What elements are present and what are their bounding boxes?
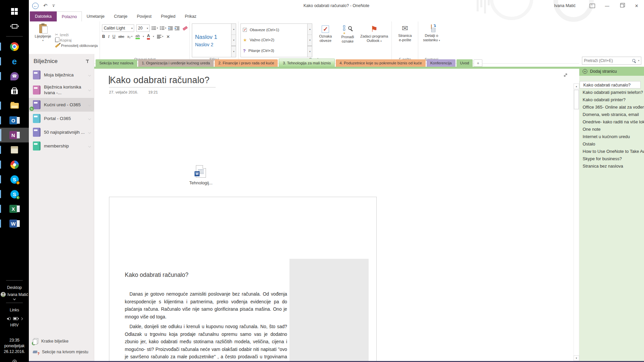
expand-diagonal-icon[interactable]	[563, 73, 568, 77]
strikethrough-button[interactable]: abc	[118, 35, 124, 39]
section-konferencija[interactable]: Konferencija	[427, 59, 455, 67]
taskbar-chrome-button[interactable]	[0, 39, 29, 54]
copy-button[interactable]: Kopiraj	[55, 38, 98, 42]
page-title[interactable]: Kako odabrati računalo?	[110, 75, 210, 85]
section-poduzetnice[interactable]: 4. Poduzetnice koje su pokrenule biznis …	[336, 59, 426, 67]
links-toolbar-label[interactable]: Links	[10, 308, 19, 312]
clear-formatting-button[interactable]: ✕	[166, 34, 170, 39]
close-button[interactable]: ✕	[629, 1, 644, 11]
page-item[interactable]: Skype for business?	[579, 155, 644, 162]
chevron-down-icon[interactable]	[88, 131, 91, 133]
cut-button[interactable]: ✂Izreži	[55, 33, 98, 37]
page-item[interactable]: Onedrive- kako raditi na više loka	[579, 118, 644, 125]
eraser-icon[interactable]	[183, 26, 188, 31]
style-naslov-2[interactable]: Naslov 2	[195, 42, 231, 47]
search-input[interactable]	[584, 58, 632, 63]
section-sekcija-bez-naslova[interactable]: Sekcija bez naslova	[96, 59, 137, 67]
section-organizacija[interactable]: 1. Organizacija i uređenje kućnog ureda	[138, 59, 214, 67]
page-item[interactable]: Kako odabrati računalo?	[580, 81, 641, 88]
taskbar-skype-button[interactable]: S	[0, 172, 29, 187]
customize-qat-button[interactable]: ▾	[52, 5, 55, 7]
tab-pregled[interactable]: Pregled	[156, 11, 180, 21]
taskbar-user[interactable]: Ivana Matić	[1, 292, 28, 297]
notebook-50-najinspirativnijih[interactable]: 50 najispirativnijih ...	[29, 125, 94, 139]
battery-icon[interactable]	[13, 317, 18, 320]
account-name[interactable]: Ivana Matić	[554, 3, 576, 8]
font-size-select[interactable]: 20▾	[136, 24, 150, 32]
tab-povijest[interactable]: Povijest	[132, 11, 156, 21]
notebook-bijeznica-korisnika[interactable]: Biježnica korisnika Ivana -...	[29, 82, 94, 98]
section-financije[interactable]: 2. Financije i pravo rada od kuće	[215, 59, 278, 67]
taskbar-journal-button[interactable]	[0, 142, 29, 157]
notebook-kucni-ured[interactable]: ↻ Kućni ured - O365	[29, 98, 94, 112]
tag-obaveze[interactable]: ✓ Obaveze (Ctrl+1)	[243, 28, 307, 32]
increase-indent-button[interactable]	[175, 26, 179, 30]
tab-umetanje[interactable]: Umetanje	[82, 11, 109, 21]
vertical-scrollbar[interactable]: ▲ ▼	[574, 83, 579, 361]
search-box[interactable]: ▾	[582, 57, 641, 65]
section-tehnologija-active[interactable]: 3. Tehnologija za mali biznis	[279, 59, 335, 67]
highlight-button[interactable]: ab	[136, 34, 140, 39]
tab-crtanje[interactable]: Crtanje	[109, 11, 132, 21]
taskbar-excel-button[interactable]: X	[0, 201, 29, 216]
todo-tag-button[interactable]: ✓ Oznaka obveze	[314, 23, 336, 57]
page-item[interactable]: Domena, web stranica, email	[579, 111, 644, 118]
tab-prikaz[interactable]: Prikaz	[180, 11, 201, 21]
taskbar-media-button[interactable]	[0, 157, 29, 172]
email-page-button[interactable]: ✉ Stranicae-pošte	[394, 23, 416, 57]
bullets-button[interactable]: ▾	[152, 26, 158, 30]
quick-notes-button[interactable]: ↻ Kratke bilješke	[29, 336, 94, 347]
tags-gallery-scroll[interactable]: ▴▾▾	[308, 23, 312, 57]
taskbar-word-button[interactable]: W	[0, 216, 29, 231]
chevron-down-icon[interactable]	[88, 144, 91, 147]
outlook-tasks-button[interactable]: ⚑ Zadaci programa Outlook ▾	[359, 23, 389, 57]
page-item[interactable]: How to Use OneNote to Take Aw	[579, 147, 644, 155]
taskbar-edge-button[interactable]: e	[0, 54, 29, 69]
ribbon-display-options-button[interactable]	[585, 1, 600, 11]
paragraph-align-button[interactable]: ▾	[157, 35, 163, 39]
format-painter-button[interactable]: Prenositelj oblikovanja	[55, 44, 98, 48]
font-color-button[interactable]: A	[147, 34, 150, 40]
minimize-button[interactable]: —	[600, 1, 614, 11]
desktop-toolbar-label[interactable]: Desktop	[7, 285, 22, 290]
chevron-down-icon[interactable]	[88, 117, 91, 120]
pin-icon[interactable]	[86, 59, 89, 63]
page-item[interactable]: One note	[579, 125, 644, 133]
tag-pitanje[interactable]: ? Pitanje (Ctrl+3)	[243, 48, 307, 53]
notebook-membership[interactable]: membership	[29, 139, 94, 153]
taskbar-skype-business-button[interactable]: S✓	[0, 187, 29, 201]
notebook-portal[interactable]: Portal - O365	[29, 112, 94, 125]
meeting-details-button[interactable]: ↴ Detalji o sastanku ▾	[420, 23, 442, 57]
page-item[interactable]: Ostalo	[579, 140, 644, 147]
page-item[interactable]: Stranica bez naslova	[579, 162, 644, 170]
styles-gallery-scroll[interactable]: ▴▾▾	[231, 23, 236, 57]
undo-button[interactable]: ↶	[43, 3, 48, 9]
scrollbar-thumb[interactable]	[574, 90, 579, 109]
expand-chevrons-icon[interactable]	[13, 298, 15, 300]
scroll-down-button[interactable]: ▼	[574, 355, 579, 361]
page-item[interactable]: Kako odabrati printer?	[579, 96, 644, 103]
document-printout[interactable]: Kako odabrati računalo? Danas je gotovo …	[109, 197, 377, 361]
page-item[interactable]: Office 365- Online alat za vođenje	[579, 103, 644, 111]
keyboard-language[interactable]: HRV	[10, 323, 18, 327]
tab-polazno[interactable]: Polazno	[57, 11, 82, 21]
underline-button[interactable]: U	[112, 34, 115, 39]
page-item[interactable]: Kako odabrati pametni telefon?	[579, 88, 644, 96]
new-section-button[interactable]: +	[474, 59, 482, 67]
page-item[interactable]: Internet u kućnom uredu	[579, 133, 644, 140]
tray-expand-icon[interactable]	[20, 317, 22, 320]
section-uvod[interactable]: Uvod	[457, 59, 473, 67]
style-naslov-1[interactable]: Naslov 1	[195, 34, 231, 41]
word-attachment[interactable]: W Tehnologij...	[184, 165, 218, 185]
clock[interactable]: 23:35 ponedjeljak 26.12.2016.	[4, 338, 25, 355]
start-button[interactable]	[0, 4, 29, 19]
chevron-down-icon[interactable]	[88, 73, 91, 76]
chevron-down-icon[interactable]	[88, 88, 91, 91]
misplaced-sections-button[interactable]: ? Sekcije na krivom mjestu	[29, 347, 94, 357]
scroll-up-button[interactable]: ▲	[574, 83, 579, 89]
restore-button[interactable]	[614, 1, 629, 11]
italic-button[interactable]: I	[108, 34, 109, 39]
taskbar-outlook-button[interactable]: O	[0, 113, 29, 128]
bold-button[interactable]: B	[102, 34, 105, 39]
add-page-button[interactable]: + Dodaj stranicu	[579, 67, 644, 76]
